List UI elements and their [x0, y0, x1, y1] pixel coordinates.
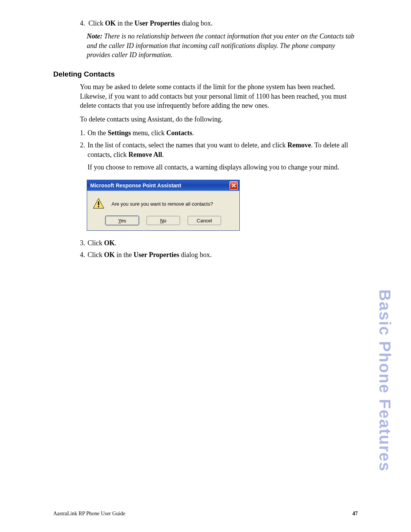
step-num: 3. — [80, 238, 88, 248]
text: Click OK in the User Properties dialog b… — [89, 19, 213, 27]
dialog-titlebar[interactable]: Microsoft Response Point Assistant — [87, 180, 239, 191]
side-tab-label: Basic Phone Features — [376, 289, 394, 472]
step-text: Click OK in the User Properties dialog b… — [88, 250, 358, 260]
close-button[interactable] — [229, 181, 238, 190]
step-text: Click OK. — [88, 238, 358, 248]
step-3: 3. Click OK. — [80, 238, 358, 248]
dialog-button-row: Yes No Cancel — [87, 213, 239, 230]
step-2-sub: If you choose to remove all contacts, a … — [88, 163, 358, 172]
step-num: 2. — [80, 141, 88, 173]
yes-button[interactable]: Yes — [105, 216, 139, 225]
step-num: 4. — [80, 19, 87, 28]
note-text: There is no relationship between the con… — [87, 32, 354, 59]
page-number: 47 — [352, 511, 358, 517]
step-4: 4. Click OK in the User Properties dialo… — [80, 250, 358, 260]
step-num: 4. — [80, 250, 88, 260]
warning-icon — [92, 198, 105, 210]
footer-title: AastraLink RP Phone User Guide — [53, 511, 125, 517]
step-text: In the list of contacts, select the name… — [88, 141, 358, 173]
svg-rect-1 — [98, 201, 99, 205]
step-1: 1. On the Settings menu, click Contacts. — [80, 128, 358, 138]
close-icon — [231, 183, 236, 188]
svg-rect-2 — [98, 206, 99, 207]
step-num: 1. — [80, 128, 88, 138]
cancel-button[interactable]: Cancel — [188, 216, 221, 225]
dialog-message: Are you sure you want to remove all cont… — [112, 201, 213, 207]
no-button[interactable]: No — [147, 216, 180, 225]
note-paragraph: Note: There is no relationship between t… — [87, 32, 358, 59]
confirm-dialog: Microsoft Response Point Assistant Are y… — [87, 180, 240, 231]
note-label: Note: — [87, 32, 102, 40]
section-heading-deleting-contacts: Deleting Contacts — [53, 70, 358, 78]
dialog-title: Microsoft Response Point Assistant — [90, 182, 181, 189]
step-text: On the Settings menu, click Contacts. — [88, 128, 358, 138]
paragraph-1: You may be asked to delete some contacts… — [80, 82, 358, 110]
page-footer: AastraLink RP Phone User Guide 47 — [53, 508, 358, 517]
dialog-body: Are you sure you want to remove all cont… — [87, 191, 239, 213]
step-2: 2. In the list of contacts, select the n… — [80, 141, 358, 173]
step-4-top: 4. Click OK in the User Properties dialo… — [80, 19, 358, 28]
paragraph-2: To delete contacts using Assistant, do t… — [80, 115, 358, 124]
